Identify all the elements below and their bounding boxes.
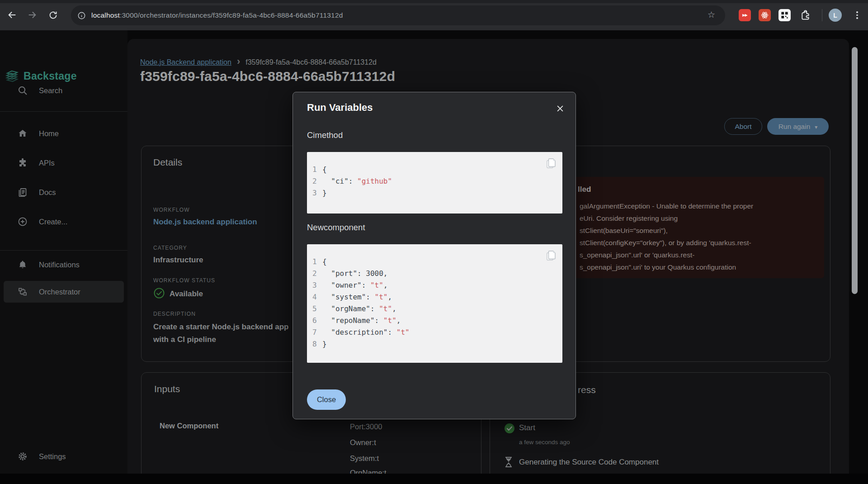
app-viewport: Backstage SearchHomeAPIsDocsCreate...Not…: [0, 30, 868, 484]
run-variables-modal: Run Variables Cimethod1{2 "ci": "github"…: [292, 92, 576, 419]
code-text: "repoName":: [322, 315, 383, 327]
code-text: "system":: [322, 291, 375, 303]
code-text: {: [322, 256, 327, 268]
code-text: "orgName":: [322, 303, 379, 315]
line-number: 2: [312, 176, 322, 187]
variable-section-label: Cimethod: [307, 130, 343, 140]
code-string: "t": [370, 280, 383, 291]
code-string: "t": [375, 291, 388, 303]
reload-icon: [48, 10, 58, 20]
line-number: 3: [312, 280, 322, 291]
json-code-block: 1{2 "port": 3000,3 "owner": "t",4 "syste…: [307, 244, 562, 363]
code-text: ,: [383, 280, 388, 291]
browser-reload-button[interactable]: [44, 6, 61, 24]
code-line: 1{: [312, 164, 555, 176]
code-line: 6 "repoName": "t",: [312, 315, 555, 327]
code-string: "t": [379, 303, 392, 315]
line-number: 6: [312, 315, 322, 327]
code-text: }: [322, 187, 327, 199]
url-text: localhost:3000/orchestrator/instances/f3…: [91, 11, 343, 19]
copy-icon[interactable]: [545, 157, 557, 169]
bookmark-star-icon[interactable]: ☆: [708, 9, 715, 20]
code-text: "description":: [322, 327, 396, 338]
toolbar-divider: [822, 9, 822, 21]
code-line: 5 "orgName": "t",: [312, 303, 555, 315]
back-arrow-icon: [7, 10, 17, 20]
window-top-strip: [0, 0, 868, 3]
variable-section-label: Newcomponent: [307, 223, 365, 233]
browser-back-button[interactable]: [4, 6, 21, 24]
line-number: 8: [312, 338, 322, 350]
code-string: "github": [357, 176, 392, 187]
code-line: 4 "system": "t",: [312, 291, 555, 303]
browser-chrome: localhost:3000/orchestrator/instances/f3…: [0, 0, 868, 30]
line-number: 2: [312, 268, 322, 280]
extension-atom-icon[interactable]: [759, 9, 771, 21]
code-text: }: [322, 338, 327, 350]
extension-qr-icon[interactable]: [778, 9, 791, 21]
json-code-block: 1{2 "ci": "github"3}: [307, 152, 562, 214]
browser-profile-avatar[interactable]: L: [829, 9, 842, 22]
code-line: 8}: [312, 338, 555, 350]
code-string: "t": [383, 315, 396, 327]
url-bar[interactable]: localhost:3000/orchestrator/instances/f3…: [71, 5, 725, 25]
forward-arrow-icon: [27, 10, 37, 20]
code-line: 7 "description": "t": [312, 327, 555, 338]
browser-menu-button[interactable]: [852, 9, 863, 22]
copy-icon[interactable]: [545, 250, 557, 261]
extension-fastforward-icon[interactable]: ▶▶: [739, 9, 751, 21]
code-text: ,: [388, 291, 392, 303]
close-x-icon: [556, 104, 565, 113]
browser-forward-button[interactable]: [24, 6, 41, 24]
line-number: 4: [312, 291, 322, 303]
code-line: 2 "ci": "github": [312, 176, 555, 187]
code-text: {: [322, 164, 327, 176]
line-number: 1: [312, 256, 322, 268]
site-info-icon[interactable]: [77, 11, 86, 20]
modal-close-button[interactable]: Close: [307, 389, 346, 410]
code-line: 2 "port": 3000,: [312, 268, 555, 280]
line-number: 3: [312, 187, 322, 199]
line-number: 1: [312, 164, 322, 176]
code-text: "ci":: [322, 176, 357, 187]
code-line: 1{: [312, 256, 555, 268]
page-scrollbar-thumb[interactable]: [852, 47, 858, 294]
code-string: "t": [396, 327, 410, 338]
modal-title: Run Variables: [307, 102, 373, 114]
modal-close-icon[interactable]: [554, 102, 566, 115]
line-number: 5: [312, 303, 322, 315]
code-text: "port": 3000,: [322, 268, 388, 280]
extensions-puzzle-icon[interactable]: [799, 9, 811, 21]
code-line: 3}: [312, 187, 555, 199]
line-number: 7: [312, 327, 322, 338]
code-text: ,: [392, 303, 396, 315]
screen: localhost:3000/orchestrator/instances/f3…: [0, 0, 868, 484]
code-text: ,: [396, 315, 401, 327]
code-line: 3 "owner": "t",: [312, 280, 555, 291]
code-text: "owner":: [322, 280, 370, 291]
